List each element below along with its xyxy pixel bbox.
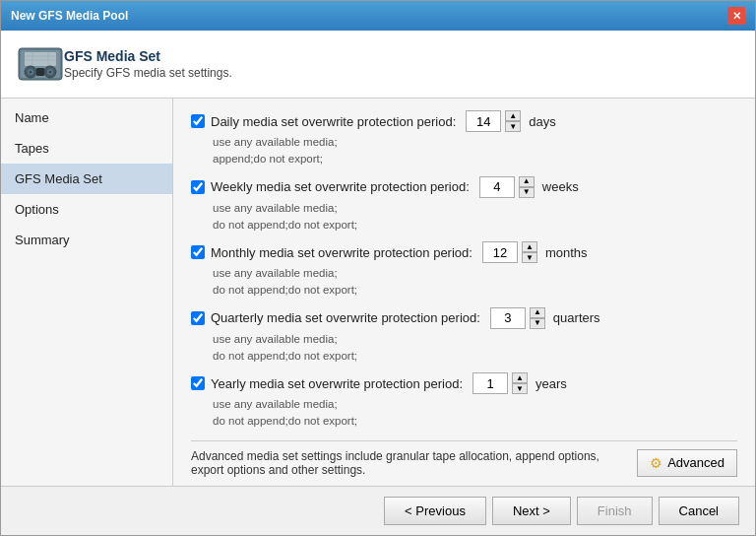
daily-spinner-group: ▲ ▼ days <box>466 110 555 132</box>
daily-down-btn[interactable]: ▼ <box>505 121 521 132</box>
monthly-checkbox[interactable] <box>191 245 205 259</box>
svg-point-9 <box>30 71 32 74</box>
quarterly-checkbox[interactable] <box>191 311 205 325</box>
previous-button[interactable]: < Previous <box>384 497 486 525</box>
monthly-input[interactable] <box>482 241 518 263</box>
quarterly-input[interactable] <box>490 307 526 329</box>
dialog: New GFS Media Pool ✕ <box>0 0 756 536</box>
svg-rect-2 <box>25 52 56 66</box>
daily-label: Daily media set overwrite protection per… <box>191 114 456 129</box>
footer: < Previous Next > Finish Cancel <box>1 486 755 535</box>
monthly-label-text: Monthly media set overwrite protection p… <box>211 245 472 260</box>
quarterly-spinner-btns: ▲ ▼ <box>530 307 545 329</box>
yearly-label: Yearly media set overwrite protection pe… <box>191 376 463 391</box>
weekly-unit: weeks <box>542 179 579 194</box>
quarterly-up-btn[interactable]: ▲ <box>530 307 545 318</box>
daily-label-text: Daily media set overwrite protection per… <box>211 114 456 129</box>
sidebar-item-tapes[interactable]: Tapes <box>1 133 172 164</box>
quarterly-label: Quarterly media set overwrite protection… <box>191 310 480 325</box>
weekly-label: Weekly media set overwrite protection pe… <box>191 179 470 194</box>
monthly-up-btn[interactable]: ▲ <box>522 241 537 252</box>
sidebar-item-options[interactable]: Options <box>1 194 172 225</box>
cancel-button[interactable]: Cancel <box>659 497 739 525</box>
weekly-up-btn[interactable]: ▲ <box>519 176 535 187</box>
daily-spinner-btns: ▲ ▼ <box>505 110 521 132</box>
weekly-down-btn[interactable]: ▼ <box>519 187 535 198</box>
quarterly-down-btn[interactable]: ▼ <box>530 318 545 329</box>
weekly-input[interactable] <box>479 176 515 198</box>
weekly-label-text: Weekly media set overwrite protection pe… <box>211 179 470 194</box>
next-button[interactable]: Next > <box>492 497 571 525</box>
weekly-info: use any available media; do not append;d… <box>213 200 737 234</box>
finish-button[interactable]: Finish <box>577 497 653 525</box>
main-content: Daily media set overwrite protection per… <box>173 99 755 486</box>
daily-input[interactable] <box>466 110 501 132</box>
monthly-info: use any available media; do not append;d… <box>213 265 737 300</box>
yearly-up-btn[interactable]: ▲ <box>512 372 528 383</box>
quarterly-unit: quarters <box>553 310 600 325</box>
yearly-info: use any available media; do not append;d… <box>213 396 737 431</box>
daily-row: Daily media set overwrite protection per… <box>191 110 737 132</box>
weekly-row: Weekly media set overwrite protection pe… <box>191 176 737 198</box>
monthly-down-btn[interactable]: ▼ <box>522 252 537 263</box>
close-button[interactable]: ✕ <box>727 7 745 25</box>
yearly-checkbox[interactable] <box>191 376 205 390</box>
monthly-spinner-group: ▲ ▼ months <box>482 241 588 263</box>
advanced-description: Advanced media set settings include gran… <box>191 449 627 477</box>
weekly-spinner-group: ▲ ▼ weeks <box>479 176 579 198</box>
monthly-unit: months <box>545 245 588 260</box>
sidebar-item-gfs-media-set[interactable]: GFS Media Set <box>1 164 172 194</box>
daily-unit: days <box>529 114 555 129</box>
sidebar-item-name[interactable]: Name <box>1 102 172 133</box>
monthly-spinner-btns: ▲ ▼ <box>522 241 537 263</box>
yearly-row: Yearly media set overwrite protection pe… <box>191 372 737 394</box>
header-text: GFS Media Set Specify GFS media set sett… <box>64 48 232 80</box>
quarterly-row: Quarterly media set overwrite protection… <box>191 307 737 329</box>
header: GFS Media Set Specify GFS media set sett… <box>1 31 755 99</box>
weekly-checkbox[interactable] <box>191 180 205 194</box>
yearly-input[interactable] <box>472 372 508 394</box>
daily-info: use any available media; append;do not e… <box>213 134 737 168</box>
yearly-unit: years <box>536 376 567 391</box>
monthly-label: Monthly media set overwrite protection p… <box>191 245 472 260</box>
titlebar: New GFS Media Pool ✕ <box>1 1 755 31</box>
dialog-title: New GFS Media Pool <box>11 9 128 23</box>
sidebar: Name Tapes GFS Media Set Options Summary <box>1 99 173 486</box>
advanced-button[interactable]: ⚙ Advanced <box>637 449 737 477</box>
header-subtitle: Specify GFS media set settings. <box>64 66 232 80</box>
yearly-spinner-group: ▲ ▼ years <box>472 372 567 394</box>
svg-point-12 <box>49 71 52 74</box>
daily-up-btn[interactable]: ▲ <box>505 110 521 121</box>
yearly-down-btn[interactable]: ▼ <box>512 383 528 394</box>
quarterly-info: use any available media; do not append;d… <box>213 331 737 366</box>
svg-rect-13 <box>36 68 44 76</box>
advanced-button-label: Advanced <box>667 455 724 470</box>
quarterly-spinner-group: ▲ ▼ quarters <box>490 307 600 329</box>
advanced-section: Advanced media set settings include gran… <box>191 440 737 477</box>
sidebar-item-summary[interactable]: Summary <box>1 225 172 255</box>
quarterly-label-text: Quarterly media set overwrite protection… <box>211 310 480 325</box>
yearly-spinner-btns: ▲ ▼ <box>512 372 528 394</box>
yearly-label-text: Yearly media set overwrite protection pe… <box>211 376 463 391</box>
gear-icon: ⚙ <box>650 455 662 471</box>
tape-icon <box>17 40 64 88</box>
body: Name Tapes GFS Media Set Options Summary… <box>1 99 755 486</box>
daily-checkbox[interactable] <box>191 114 205 128</box>
header-title: GFS Media Set <box>64 48 232 64</box>
monthly-row: Monthly media set overwrite protection p… <box>191 241 737 263</box>
weekly-spinner-btns: ▲ ▼ <box>519 176 535 198</box>
